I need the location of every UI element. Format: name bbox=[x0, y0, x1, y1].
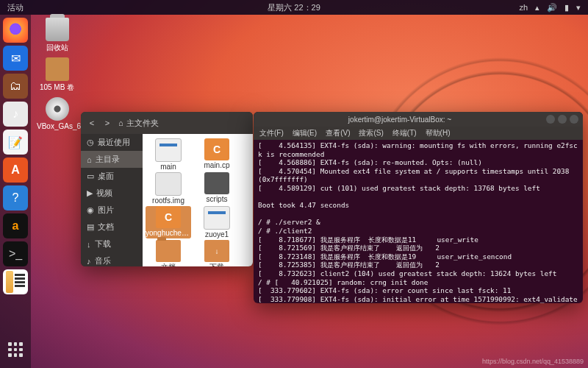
camera-icon: ◉ bbox=[87, 205, 94, 215]
desktop-cd[interactable]: VBox_GAs_6.0.12 bbox=[37, 97, 77, 130]
sidebar-desktop[interactable]: ▭桌面 bbox=[81, 168, 143, 185]
file-label: 下载 bbox=[194, 263, 240, 266]
desktop: 回收站 105 MB 卷 VBox_GAs_6.0.12 bbox=[37, 18, 77, 135]
watermark: https://blog.csdn.net/qq_41538889 bbox=[482, 358, 584, 365]
home-icon: ⌂ bbox=[118, 118, 123, 127]
term-menu-file[interactable]: 文件(F) bbox=[259, 128, 284, 138]
dock-firefox[interactable] bbox=[3, 18, 28, 43]
file-docs[interactable]: 文档 bbox=[146, 240, 191, 266]
desktop-volume[interactable]: 105 MB 卷 bbox=[37, 57, 77, 93]
battery-icon[interactable]: ▮ bbox=[564, 3, 569, 13]
dock-amazon[interactable]: a bbox=[3, 213, 28, 238]
file-manager-window[interactable]: < > ⌂ 主文件夹 ◷最近使用 ⌂主目录 ▭桌面 ▶视频 ◉图片 ▤文档 ↓下… bbox=[81, 112, 253, 266]
dl-icon bbox=[204, 240, 229, 262]
dock-help[interactable]: ? bbox=[3, 185, 28, 210]
sidebar-downloads[interactable]: ↓下载 bbox=[81, 236, 143, 252]
file-main[interactable]: main bbox=[146, 138, 191, 171]
dock-thunderbird[interactable]: ✉ bbox=[3, 46, 28, 71]
drive-icon bbox=[46, 57, 69, 81]
file-label: main.cp bbox=[194, 161, 240, 169]
fm-forward-button[interactable]: > bbox=[101, 118, 114, 127]
dock-terminal[interactable]: >_ bbox=[3, 241, 28, 266]
clock[interactable]: 星期六 22：29 bbox=[268, 2, 320, 13]
activities-button[interactable]: 活动 bbox=[0, 2, 31, 13]
dock-office[interactable]: 📝 bbox=[3, 130, 28, 155]
terminal-window[interactable]: jokertim@jokertim-VirtualBox: ~ 文件(F) 编辑… bbox=[254, 112, 583, 303]
file-label: 文档 bbox=[146, 263, 191, 266]
network-icon[interactable]: ▴ bbox=[535, 3, 539, 13]
dock-text-editor[interactable] bbox=[3, 269, 28, 294]
fm-location[interactable]: 主文件夹 bbox=[126, 118, 159, 129]
fm-back-button[interactable]: < bbox=[85, 118, 98, 127]
term-menu-terminal[interactable]: 终端(T) bbox=[392, 128, 417, 138]
top-bar: 活动 星期六 22：29 zh ▴ 🔊 ▮ ▾ bbox=[0, 0, 588, 15]
sidebar-pictures[interactable]: ◉图片 bbox=[81, 202, 143, 219]
download-icon: ↓ bbox=[87, 240, 91, 249]
fm-sidebar: ◷最近使用 ⌂主目录 ▭桌面 ▶视频 ◉图片 ▤文档 ↓下载 ♪音乐 🗑回收站 … bbox=[81, 134, 143, 266]
file-label: yonghuchengxu2.c bbox=[146, 229, 191, 237]
home-icon: ⌂ bbox=[87, 155, 92, 164]
window-minimize-icon[interactable] bbox=[546, 115, 555, 124]
show-applications-button[interactable] bbox=[0, 337, 31, 362]
term-title: jokertim@jokertim-VirtualBox: ~ bbox=[254, 116, 546, 124]
term-menu-view[interactable]: 查看(V) bbox=[326, 128, 350, 138]
file-zuoye[interactable]: zuoye1 bbox=[194, 206, 240, 238]
file-rootfs[interactable]: rootfs.img bbox=[146, 172, 191, 205]
term-menu-help[interactable]: 帮助(H) bbox=[426, 128, 451, 138]
system-menu-icon[interactable]: ▾ bbox=[576, 3, 581, 13]
cfile-icon bbox=[204, 138, 229, 160]
term-menubar: 文件(F) 编辑(E) 查看(V) 搜索(S) 终端(T) 帮助(H) bbox=[254, 127, 583, 140]
term-menu-edit[interactable]: 编辑(E) bbox=[293, 128, 317, 138]
cd-icon bbox=[46, 97, 69, 121]
dock: ✉ 🗂 ♪ 📝 ? a >_ bbox=[0, 15, 31, 368]
sidebar-recent[interactable]: ◷最近使用 bbox=[81, 134, 143, 151]
volume-icon[interactable]: 🔊 bbox=[547, 3, 557, 13]
music-icon: ♪ bbox=[87, 257, 91, 266]
apps-grid-icon bbox=[8, 342, 23, 357]
file-label: scripts bbox=[194, 195, 240, 203]
file-label: zuoye1 bbox=[194, 230, 240, 238]
sidebar-videos[interactable]: ▶视频 bbox=[81, 185, 143, 202]
desktop-trash[interactable]: 回收站 bbox=[37, 18, 77, 53]
img-icon bbox=[155, 172, 182, 196]
file-yonghu[interactable]: yonghuchengxu2.c bbox=[146, 206, 191, 238]
file-label: main bbox=[146, 163, 191, 171]
file-label: rootfs.img bbox=[146, 197, 191, 205]
sidebar-music[interactable]: ♪音乐 bbox=[81, 252, 143, 266]
fm-file-grid[interactable]: mainmain.cprootfs.imgscriptsyonghuchengx… bbox=[143, 134, 253, 266]
sidebar-documents[interactable]: ▤文档 bbox=[81, 219, 143, 236]
desktop-icon: ▭ bbox=[87, 171, 94, 181]
input-method-indicator[interactable]: zh bbox=[519, 3, 528, 12]
cfile-icon bbox=[156, 206, 181, 228]
file-dl[interactable]: 下载 bbox=[194, 240, 240, 266]
term-output[interactable]: [ 4.564135] EXT4-fs (sda): warning: moun… bbox=[254, 140, 583, 303]
clock-icon: ◷ bbox=[87, 138, 94, 147]
folder-icon bbox=[156, 240, 181, 262]
term-menu-search[interactable]: 搜索(S) bbox=[359, 128, 383, 138]
video-icon: ▶ bbox=[87, 188, 93, 198]
doc-icon: ▤ bbox=[87, 222, 94, 232]
file-main-cpp[interactable]: main.cp bbox=[194, 138, 240, 171]
dock-files[interactable]: 🗂 bbox=[3, 74, 28, 99]
dock-rhythmbox[interactable]: ♪ bbox=[3, 102, 28, 127]
term-titlebar: jokertim@jokertim-VirtualBox: ~ bbox=[254, 112, 583, 127]
window-maximize-icon[interactable] bbox=[558, 115, 567, 124]
window-close-icon[interactable] bbox=[570, 115, 578, 124]
sh-icon bbox=[204, 172, 229, 194]
doc-icon bbox=[204, 206, 230, 230]
dock-software[interactable] bbox=[3, 158, 28, 183]
file-scripts[interactable]: scripts bbox=[194, 172, 240, 205]
trash-icon bbox=[46, 18, 69, 41]
sidebar-home[interactable]: ⌂主目录 bbox=[81, 151, 143, 168]
fm-headerbar: < > ⌂ 主文件夹 bbox=[81, 112, 253, 134]
doc-icon bbox=[155, 138, 182, 162]
